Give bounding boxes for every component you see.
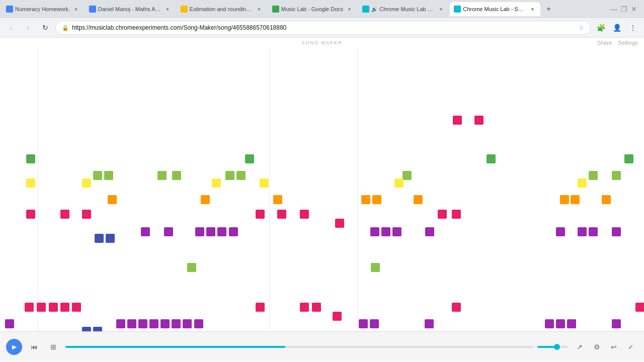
tab-close-3[interactable]: ×: [255, 5, 263, 13]
note-block[interactable]: [312, 303, 321, 312]
note-block[interactable]: [612, 227, 621, 236]
back-button[interactable]: ‹: [4, 21, 18, 35]
note-block[interactable]: [225, 171, 234, 180]
prev-button[interactable]: ⏮: [27, 340, 41, 354]
share-label[interactable]: Share: [597, 40, 612, 46]
note-block[interactable]: [333, 312, 342, 321]
note-block[interactable]: [571, 195, 580, 204]
grid-toggle-button[interactable]: ⊞: [46, 340, 60, 354]
note-block[interactable]: [95, 234, 104, 243]
note-block[interactable]: [394, 178, 404, 188]
extensions-button[interactable]: 🧩: [594, 21, 608, 35]
reload-button[interactable]: ↻: [38, 21, 52, 35]
note-block[interactable]: [164, 227, 173, 236]
note-block[interactable]: [452, 303, 461, 312]
note-block[interactable]: [183, 319, 192, 328]
tab-close-1[interactable]: ×: [72, 5, 80, 13]
note-block[interactable]: [49, 303, 58, 312]
note-block[interactable]: [453, 116, 462, 125]
note-block[interactable]: [578, 178, 587, 188]
note-block[interactable]: [212, 178, 221, 188]
note-block[interactable]: [300, 210, 309, 219]
note-block[interactable]: [141, 227, 150, 236]
note-block[interactable]: [108, 195, 117, 204]
note-block[interactable]: [138, 319, 147, 328]
settings-button[interactable]: ⚙: [590, 340, 604, 354]
tab-close-6[interactable]: ×: [528, 5, 536, 13]
tab-daniel[interactable]: Daniel Manoj - Maths Ans... ×: [85, 2, 176, 16]
note-block[interactable]: [5, 319, 14, 328]
address-bar[interactable]: 🔒 https://musiclab.chromeexperiments.com…: [55, 21, 591, 35]
new-tab-button[interactable]: +: [541, 2, 555, 16]
note-block[interactable]: [60, 303, 69, 312]
note-block[interactable]: [370, 319, 379, 328]
slider-thumb[interactable]: [554, 344, 560, 350]
note-block[interactable]: [26, 178, 35, 188]
note-block[interactable]: [273, 195, 282, 204]
note-block[interactable]: [414, 195, 423, 204]
note-block[interactable]: [612, 171, 621, 180]
tab-estimation[interactable]: Estimation and rounding -... ×: [177, 2, 267, 16]
note-block[interactable]: [229, 227, 238, 236]
note-block[interactable]: [25, 303, 34, 312]
tab-close-2[interactable]: ×: [164, 5, 172, 13]
note-block[interactable]: [545, 319, 554, 328]
note-block[interactable]: [256, 210, 265, 219]
note-block[interactable]: [567, 319, 576, 328]
note-block[interactable]: [116, 319, 125, 328]
note-block[interactable]: [556, 319, 565, 328]
tab-chrome-music-lab-song[interactable]: Chrome Music Lab - Song... ×: [450, 2, 540, 16]
note-block[interactable]: [157, 171, 167, 180]
note-block[interactable]: [560, 195, 569, 204]
more-button[interactable]: ⋮: [626, 21, 640, 35]
progress-bar-background[interactable]: [65, 346, 533, 348]
undo-button[interactable]: ↩: [607, 340, 621, 354]
note-block[interactable]: [372, 195, 381, 204]
tempo-slider[interactable]: [537, 346, 568, 348]
note-block[interactable]: [624, 154, 633, 163]
note-block[interactable]: [392, 227, 401, 236]
note-block[interactable]: [82, 178, 91, 188]
note-block[interactable]: [206, 227, 215, 236]
note-block[interactable]: [370, 227, 379, 236]
note-block[interactable]: [403, 171, 412, 180]
note-block[interactable]: [256, 303, 265, 312]
profile-button[interactable]: 👤: [610, 21, 624, 35]
tab-music-lab-docs[interactable]: Music Lab - Google Docs ×: [268, 2, 358, 16]
note-block[interactable]: [245, 154, 254, 163]
note-block[interactable]: [361, 195, 370, 204]
note-block[interactable]: [578, 227, 587, 236]
share-button[interactable]: ↗: [573, 340, 587, 354]
play-button[interactable]: ▶: [6, 339, 22, 355]
note-block[interactable]: [201, 195, 210, 204]
note-block[interactable]: [635, 303, 644, 312]
note-block[interactable]: [26, 154, 35, 163]
tab-chrome-music-lab-s[interactable]: 🔊 Chrome Music Lab - S... ×: [358, 2, 449, 16]
close-button[interactable]: ✕: [630, 5, 638, 13]
note-block[interactable]: [72, 303, 81, 312]
tab-close-5[interactable]: ×: [437, 5, 445, 13]
note-block[interactable]: [589, 227, 598, 236]
note-block[interactable]: [381, 227, 390, 236]
note-block[interactable]: [487, 154, 496, 163]
note-block[interactable]: [127, 319, 136, 328]
note-block[interactable]: [37, 303, 46, 312]
note-block[interactable]: [371, 263, 380, 272]
tab-numeracy[interactable]: Numeracy Homework. ×: [2, 2, 84, 16]
note-block[interactable]: [438, 210, 447, 219]
note-block[interactable]: [260, 178, 269, 188]
settings-label[interactable]: Settings: [618, 40, 638, 46]
maximize-button[interactable]: ❐: [620, 5, 628, 13]
note-block[interactable]: [612, 319, 621, 328]
note-block[interactable]: [359, 319, 368, 328]
note-block[interactable]: [160, 319, 170, 328]
note-block[interactable]: [172, 319, 181, 328]
note-block[interactable]: [195, 227, 204, 236]
note-block[interactable]: [93, 171, 102, 180]
note-block[interactable]: [474, 116, 484, 125]
redo-button[interactable]: ✓: [624, 340, 638, 354]
tab-close-4[interactable]: ×: [345, 5, 353, 13]
note-block[interactable]: [217, 227, 226, 236]
note-block[interactable]: [187, 263, 196, 272]
note-block[interactable]: [335, 219, 344, 228]
